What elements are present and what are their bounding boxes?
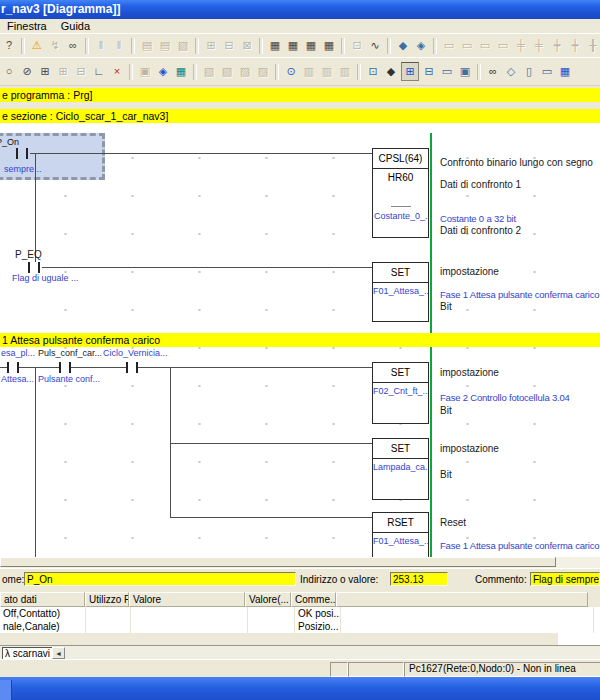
instruction-block-set3[interactable]: SET Lampada_ca... bbox=[372, 438, 429, 500]
watch-table-row[interactable]: Off,Contatto)OK posi... bbox=[0, 607, 600, 620]
find-replace-icon[interactable]: ◇ bbox=[503, 63, 519, 80]
instruction-block-set2[interactable]: SET F02_Cnt_ft_... bbox=[372, 362, 429, 424]
instruction-block-rset[interactable]: RSET F01_Attesa_... bbox=[372, 512, 429, 557]
memory-view3-icon[interactable]: ▦ bbox=[303, 37, 319, 54]
build-tool-icon[interactable]: ◆ bbox=[383, 63, 399, 80]
comment-field[interactable]: Flag di sempre ON bbox=[530, 572, 600, 586]
new-closed-coil-icon[interactable]: ⊘ bbox=[19, 63, 35, 80]
transfer-down-icon[interactable]: ▨ bbox=[237, 63, 253, 80]
peq-rung-line bbox=[42, 267, 372, 268]
local-window-icon[interactable]: ▭ bbox=[539, 63, 555, 80]
window-swap-icon[interactable]: ▧ bbox=[175, 37, 191, 54]
name-field[interactable]: P_On bbox=[24, 572, 296, 586]
cascade-window-icon[interactable]: ⊡ bbox=[365, 63, 381, 80]
diff-down-contact-icon[interactable]: ╪ bbox=[531, 37, 547, 54]
rung2-output-branch-line bbox=[170, 367, 171, 517]
watch-window-icon[interactable]: ⊞ bbox=[401, 62, 419, 81]
watch-window2-icon[interactable]: ⊟ bbox=[421, 63, 437, 80]
watch-column-header[interactable]: Utilizzo FB bbox=[85, 592, 129, 607]
properties-icon[interactable]: ▣ bbox=[457, 63, 473, 80]
online-send-icon[interactable]: ⊟ bbox=[221, 37, 237, 54]
help-icon[interactable]: ? bbox=[1, 37, 17, 54]
output-window-icon[interactable]: ▭ bbox=[439, 63, 455, 80]
menu-guida[interactable]: Guida bbox=[54, 19, 97, 33]
rung2-line bbox=[0, 367, 372, 368]
find-error-icon[interactable]: ∞ bbox=[65, 37, 81, 54]
compare-program2-icon[interactable]: ▧ bbox=[219, 63, 235, 80]
horizontal-scrollbar[interactable] bbox=[0, 557, 600, 568]
watch-column-header[interactable] bbox=[336, 592, 588, 607]
io-table3-icon[interactable]: ▭ bbox=[477, 37, 493, 54]
contact-symbol-pon[interactable] bbox=[16, 148, 28, 159]
contact-symbol-1[interactable] bbox=[7, 362, 19, 373]
rset-description: Reset bbox=[440, 517, 466, 528]
comment-list-icon[interactable]: ▯ bbox=[521, 63, 537, 80]
online-edit-icon[interactable]: ⊞ bbox=[203, 37, 219, 54]
watch-table-row[interactable]: nale,Canale)Posizio... bbox=[0, 620, 600, 633]
watch-column-header[interactable]: Comme... bbox=[291, 592, 336, 607]
watch-column-header[interactable]: Valore bbox=[129, 592, 245, 607]
contact-label: P_On bbox=[0, 137, 19, 147]
toolbar-separator bbox=[275, 64, 279, 80]
menu-finestra[interactable]: Finestra bbox=[0, 19, 54, 33]
monitor-window-icon[interactable]: ⊡ bbox=[349, 37, 365, 54]
compare-program-icon[interactable]: ▧ bbox=[201, 63, 217, 80]
settings-icon[interactable]: ◈ bbox=[413, 37, 429, 54]
cpsl-op1-description: Dati di confronto 1 bbox=[440, 179, 521, 190]
compile-error-icon[interactable]: ⚠ bbox=[29, 37, 45, 54]
online-cancel-icon[interactable]: ⊠ bbox=[239, 37, 255, 54]
instruction-name: RSET bbox=[373, 513, 428, 533]
io-table2-icon[interactable]: ▭ bbox=[459, 37, 475, 54]
instruction-block-set1[interactable]: SET F01_Attesa_... bbox=[372, 262, 429, 322]
taskbar[interactable] bbox=[0, 677, 600, 700]
new-contact-icon[interactable]: ⊞ bbox=[37, 63, 53, 80]
compile-icon[interactable]: ◈ bbox=[155, 63, 171, 80]
new-branch-icon[interactable]: ⊟ bbox=[73, 63, 89, 80]
toolbar-separator bbox=[131, 38, 135, 54]
delete-line-icon[interactable]: × bbox=[109, 63, 125, 80]
contact-symbol-peq[interactable] bbox=[28, 262, 40, 273]
toolbar-separator bbox=[341, 38, 345, 54]
window-copy-icon[interactable]: ▤ bbox=[139, 37, 155, 54]
watch-column-header[interactable]: Valore(... bbox=[245, 592, 291, 607]
ladder-diagram-canvas[interactable]: P_On sempre... CPSL(64) HR60 Costante_0_… bbox=[0, 123, 600, 557]
new-coil-icon[interactable]: ○ bbox=[1, 63, 17, 80]
program-check-icon[interactable]: ▦ bbox=[173, 63, 189, 80]
new-closed-contact-icon[interactable]: ⊞ bbox=[55, 63, 71, 80]
options-icon[interactable]: ◆ bbox=[395, 37, 411, 54]
memory-view4-icon[interactable]: ▦ bbox=[321, 37, 337, 54]
contact-peq-label: P_EQ bbox=[15, 249, 42, 260]
io-table-icon[interactable]: ▭ bbox=[441, 37, 457, 54]
scrollbar-thumb[interactable] bbox=[0, 557, 556, 567]
diff-up-contact-icon[interactable]: ╪ bbox=[513, 37, 529, 54]
work-online-icon[interactable]: ⊙ bbox=[283, 63, 299, 80]
pause-icon[interactable]: ‖ bbox=[111, 37, 127, 54]
rset-operand-comment: Fase 1 Attesa pulsante conferma carico bbox=[440, 540, 599, 551]
watch-column-header[interactable]: ato dati bbox=[0, 592, 85, 607]
transfer-plc-icon[interactable]: ▣ bbox=[137, 63, 153, 80]
next-error-icon[interactable]: ↯ bbox=[47, 37, 63, 54]
memory-view-icon[interactable]: ▦ bbox=[267, 37, 283, 54]
transfer-up-icon[interactable]: ▨ bbox=[255, 63, 271, 80]
program-mode-icon[interactable]: ▥ bbox=[337, 63, 353, 80]
memory-view2-icon[interactable]: ▦ bbox=[285, 37, 301, 54]
time-chart-icon[interactable]: ∿ bbox=[367, 37, 383, 54]
vertical-down-icon[interactable]: ┿ bbox=[567, 37, 583, 54]
find-icon[interactable]: ∞ bbox=[485, 63, 501, 80]
monitor-mode-icon[interactable]: ▥ bbox=[301, 63, 317, 80]
io-table4-icon[interactable]: ▭ bbox=[495, 37, 511, 54]
run-mode-icon[interactable]: ▥ bbox=[319, 63, 335, 80]
step-run-icon[interactable]: ‖ bbox=[93, 37, 109, 54]
tab-scroll-left-button[interactable]: ◄ bbox=[52, 647, 65, 659]
cross-reference-icon[interactable]: ▦ bbox=[557, 63, 573, 80]
cross-line-icon[interactable]: ╂ bbox=[585, 37, 600, 54]
watch-table-selected-row[interactable] bbox=[0, 633, 558, 645]
address-field[interactable]: 253.13 bbox=[390, 572, 448, 586]
contact-symbol-3[interactable] bbox=[126, 362, 138, 373]
instruction-block-cpsl[interactable]: CPSL(64) HR60 Costante_0_... bbox=[372, 148, 429, 238]
new-line-icon[interactable]: ∟ bbox=[91, 63, 107, 80]
contact-symbol-2[interactable] bbox=[59, 362, 71, 373]
vertical-up-icon[interactable]: ┿ bbox=[549, 37, 565, 54]
window-paste-icon[interactable]: ▤ bbox=[157, 37, 173, 54]
operand-1: HR60 bbox=[373, 169, 428, 187]
